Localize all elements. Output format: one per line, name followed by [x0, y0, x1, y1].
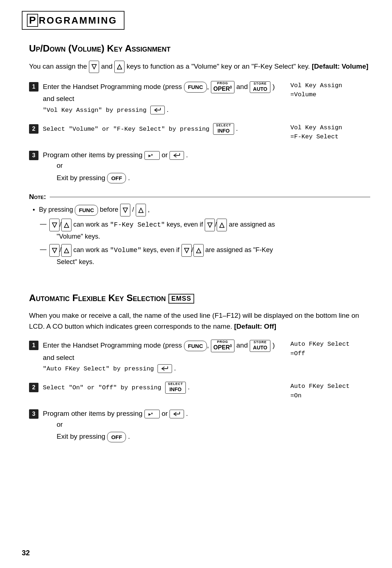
step3-period: .	[186, 151, 188, 159]
oper-top: PROG	[217, 81, 228, 85]
note-header: Note:	[29, 193, 370, 201]
enter-icon-s2-2	[173, 411, 181, 417]
vol-down-note: ▽	[120, 204, 130, 216]
step1-text1: Enter the Handset Programming mode (pres…	[43, 83, 182, 90]
select-info-key: SELECT INFO	[213, 123, 234, 135]
vol-up-note: △	[136, 204, 146, 216]
section1-title: Up/Down (Volume) Key Assignment	[29, 43, 370, 54]
step3-exit-line: Exit by pressing OFF .	[57, 173, 370, 184]
section1-title-text: Up/Down (Volume) Key Assignment	[29, 43, 171, 54]
emss-badge: EMSS	[168, 294, 194, 304]
vol-down-d2b: ▽	[181, 244, 192, 257]
vol-down-key: ▽	[89, 61, 99, 73]
step3-content: Program other items by pressing ▸* or	[43, 150, 370, 185]
intro-and: and	[101, 62, 114, 70]
astar-icon-s2: ▸*	[148, 411, 156, 417]
note-title: Note:	[29, 193, 46, 201]
section1-step3: 3 Program other items by pressing ▸* or	[29, 150, 370, 185]
intro-text3: keys to function as a "Volume" key or an…	[127, 62, 310, 70]
enter-key-s2-1	[158, 364, 172, 373]
page: P ROGRAMMING Up/Down (Volume) Key Assign…	[0, 0, 392, 568]
vol-down-d1b: ▽	[205, 219, 215, 231]
dash1-text: ▽/△ can work as "F-Key Select" keys, eve…	[49, 219, 275, 242]
step1-period: .	[167, 106, 168, 113]
s2-step1-and: and	[236, 342, 250, 349]
select-top: SELECT	[216, 123, 231, 128]
header-p: P	[27, 14, 38, 27]
step2-side: Vol Key Assign=F-Key Select	[290, 123, 370, 142]
svg-text:▸*: ▸*	[148, 153, 153, 158]
step2-content: Select "Volume" or "F-Key Select" by pre…	[43, 123, 279, 135]
s2-step3-line1: Program other items by pressing ▸* or .	[43, 408, 370, 419]
intro-text1: You can assign the	[29, 62, 87, 70]
enter-key-s2-2	[170, 410, 184, 418]
vol-down-d1a: ▽	[49, 219, 60, 231]
vol-up-key: △	[114, 61, 124, 73]
s2-step1-content: Enter the Handset Programming mode (pres…	[43, 340, 279, 374]
astar-icon: ▸*	[148, 153, 156, 158]
select-info-key-s2: SELECT INFO	[165, 382, 186, 393]
step1-content: Enter the Handset Programming mode (pres…	[43, 81, 279, 115]
s2-step3-exit-line: Exit by pressing OFF .	[57, 431, 370, 442]
func-key-s2: FUNC	[184, 341, 207, 351]
step3-num: 3	[29, 151, 38, 160]
dash2-text: ▽/△ can work as "Volume" keys, even if ▽…	[49, 244, 273, 267]
bullet-symbol: •	[33, 206, 35, 214]
astar-key-s2: ▸*	[144, 410, 160, 418]
dash2: —	[40, 244, 46, 267]
store-top: STORE	[254, 82, 267, 86]
note-line	[50, 197, 370, 198]
s2-intro-text: When you make or receive a call, the nam…	[29, 312, 359, 330]
s2-step2-text1: Select "On" or "Off" by pressing	[43, 385, 165, 391]
s2-step3-text1: Program other items by pressing	[43, 410, 144, 417]
s2-step3-period: .	[186, 410, 188, 417]
s2-step2-period: .	[188, 384, 189, 391]
vol-up-d2a: △	[61, 244, 72, 257]
step3-or-line: or	[57, 160, 370, 171]
store-top-s2: STORE	[254, 340, 267, 345]
s2-step1-num: 1	[29, 341, 38, 350]
func-key-note: FUNC	[75, 205, 98, 216]
vol-up-d2b: △	[193, 244, 204, 257]
oper0-key: PROG OPER0	[211, 81, 234, 93]
note-dash1: — ▽/△ can work as "F-Key Select" keys, e…	[40, 219, 370, 242]
store-auto-key: STORE AUTO	[250, 81, 270, 93]
oper-main-s2: OPER0	[213, 344, 232, 351]
s2-step1-period: .	[174, 364, 176, 372]
s2-exit-period: .	[128, 433, 130, 440]
step2-num: 2	[29, 124, 38, 134]
store-main-s2: AUTO	[253, 345, 267, 351]
s2-step1-side-text: Auto FKey Select=Off	[290, 341, 350, 357]
select-main: INFO	[217, 128, 229, 134]
svg-text:▸*: ▸*	[148, 411, 153, 417]
note-bullet-item: • By pressing FUNC before ▽ / △ ,	[33, 204, 370, 216]
s2-step1-text1: Enter the Handset Programming mode (pres…	[43, 342, 182, 349]
page-number: 32	[22, 549, 30, 557]
step1-and: and	[236, 83, 250, 90]
note-slash: /	[132, 206, 134, 214]
enter-icon	[154, 107, 162, 113]
dash1: —	[40, 219, 46, 242]
intro-default: [Default: Volume]	[312, 62, 368, 70]
s2-step2-side: Auto FKey Select=On	[290, 382, 370, 400]
s2-step2-side-text: Auto FKey Select=On	[290, 383, 350, 399]
oper0-key-s2: PROG OPER0	[211, 340, 234, 352]
section1-step1: 1 Enter the Handset Programming mode (pr…	[29, 81, 370, 115]
enter-key-1	[150, 106, 165, 114]
enter-key-2	[170, 151, 184, 160]
store-main: AUTO	[253, 86, 267, 92]
step3-or: or	[162, 151, 170, 159]
store-auto-key-s2: STORE AUTO	[250, 340, 270, 352]
section2-intro: When you make or receive a call, the nam…	[29, 310, 370, 332]
s2-step3-content: Program other items by pressing ▸* or .	[43, 408, 370, 443]
astar-key: ▸*	[144, 151, 160, 160]
s2-step3-or: or	[162, 410, 170, 417]
step3-text1: Program other items by pressing	[43, 151, 144, 159]
vol-down-d2a: ▽	[49, 244, 60, 257]
vol-up-d1a: △	[61, 219, 72, 231]
step1-side-text: Vol Key Assign=Volume	[290, 82, 342, 98]
section2-title-text: Automatic Flexible Key Selection	[29, 292, 168, 303]
s2-step2-content: Select "On" or "Off" by pressing SELECT …	[43, 382, 279, 393]
step2-text1: Select "Volume" or "F-Key Select" by pre…	[43, 126, 213, 133]
func-key: FUNC	[184, 82, 207, 92]
